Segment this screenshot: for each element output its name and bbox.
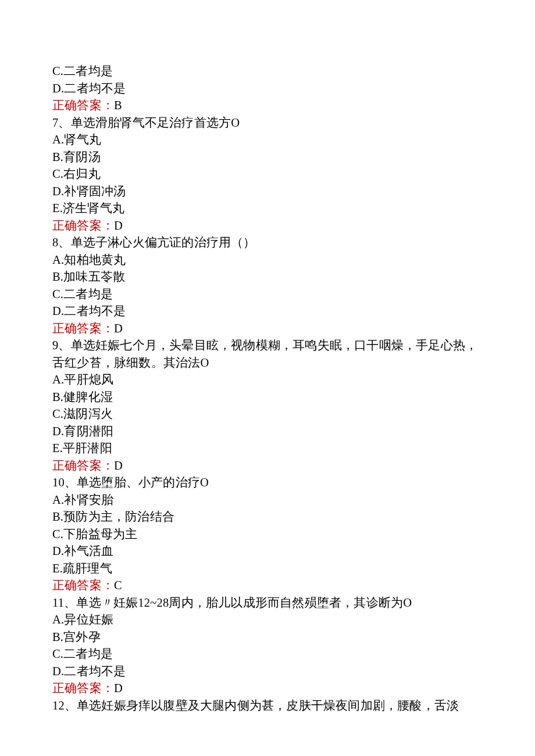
answer-line: 正确答案：D bbox=[52, 680, 483, 697]
option-line: C.二者均是 bbox=[52, 646, 483, 663]
answer-line: 正确答案：B bbox=[52, 97, 483, 114]
answer-label: 正确答案： bbox=[52, 99, 114, 112]
option-line: B.宫外孕 bbox=[52, 629, 483, 646]
option-line: D.育阴潜阳 bbox=[52, 423, 483, 440]
option-line: E.济生肾气丸 bbox=[52, 200, 483, 217]
question-line: 11、单选〃妊娠12~28周内，胎儿以成形而自然殒堕者，其诊断为O bbox=[52, 594, 483, 612]
option-line: C.二者均是 bbox=[52, 286, 483, 303]
answer-value: B bbox=[114, 99, 122, 112]
option-line: B.育阴汤 bbox=[52, 149, 483, 166]
option-line: D.二者均不是 bbox=[52, 303, 483, 320]
option-line: C.下胎益母为主 bbox=[52, 526, 483, 543]
option-line: C.二者均是 bbox=[52, 63, 483, 80]
option-line: B.健脾化湿 bbox=[52, 389, 483, 406]
answer-line: 正确答案：C bbox=[52, 577, 483, 594]
option-line: E.平肝潜阳 bbox=[52, 440, 483, 457]
option-line: A.平肝熄风 bbox=[52, 371, 483, 389]
question-line: 8、单选子淋心火偏亢证的治疗用（） bbox=[52, 234, 483, 252]
option-line: A.补肾安胎 bbox=[52, 492, 483, 509]
answer-line: 正确答案：D bbox=[52, 457, 483, 475]
answer-label: 正确答案： bbox=[52, 322, 114, 335]
option-line: C.右归丸 bbox=[52, 166, 483, 183]
answer-label: 正确答案： bbox=[52, 682, 114, 694]
option-line: D.补肾固冲汤 bbox=[52, 183, 483, 200]
answer-value: D bbox=[114, 459, 123, 472]
option-line: A.知柏地黄丸 bbox=[52, 252, 483, 269]
answer-value: D bbox=[114, 682, 123, 694]
question-line: 7、单选滑胎肾气不足治疗首选方O bbox=[52, 114, 483, 132]
answer-line: 正确答案：D bbox=[52, 217, 483, 235]
option-line: D.二者均不是 bbox=[52, 663, 483, 680]
answer-value: D bbox=[114, 322, 123, 335]
question-line: 10、单选堕胎、小产的治疗O bbox=[52, 474, 483, 492]
answer-line: 正确答案：D bbox=[52, 320, 483, 338]
question-line: 9、单选妊娠七个月，头晕目眩，视物模糊，耳鸣失眠，口干咽燥，手足心热，舌红少苔，… bbox=[52, 337, 483, 371]
option-line: B.加味五苓散 bbox=[52, 268, 483, 286]
option-line: C.滋阴泻火 bbox=[52, 406, 483, 423]
option-line: A.异位妊娠 bbox=[52, 611, 483, 629]
document-page: C.二者均是D.二者均不是正确答案：B7、单选滑胎肾气不足治疗首选方OA.肾气丸… bbox=[0, 0, 535, 756]
answer-label: 正确答案： bbox=[52, 219, 114, 232]
option-line: E.疏肝理气 bbox=[52, 560, 483, 578]
answer-value: D bbox=[114, 219, 123, 232]
option-line: B.预防为主，防治结合 bbox=[52, 508, 483, 526]
option-line: D.补气活血 bbox=[52, 543, 483, 560]
option-line: D.二者均不是 bbox=[52, 80, 483, 98]
answer-label: 正确答案： bbox=[52, 459, 114, 472]
answer-value: C bbox=[114, 579, 122, 592]
answer-label: 正确答案： bbox=[52, 579, 114, 592]
question-line: 12、单选妊娠身痒以腹壁及大腿内侧为甚，皮肤干燥夜间加剧，腰酸，舌淡 bbox=[52, 697, 483, 715]
option-line: A.肾气丸 bbox=[52, 131, 483, 149]
